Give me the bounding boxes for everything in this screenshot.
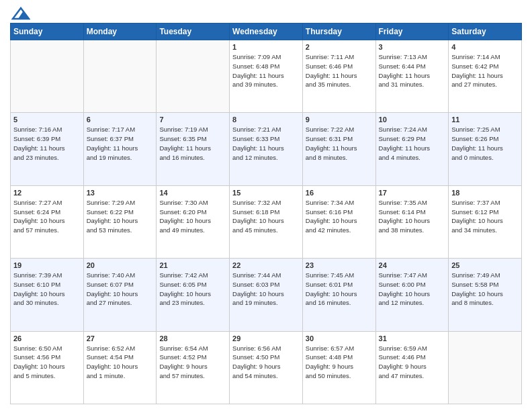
calendar-cell	[449, 331, 522, 404]
day-info: Sunrise: 7:30 AM Sunset: 6:20 PM Dayligh…	[159, 198, 226, 235]
day-header-saturday: Saturday	[449, 24, 522, 40]
calendar-cell	[11, 40, 84, 113]
svg-marker-1	[18, 11, 29, 19]
calendar-cell: 27Sunrise: 6:52 AM Sunset: 4:54 PM Dayli…	[83, 331, 157, 404]
calendar-cell: 6Sunrise: 7:17 AM Sunset: 6:37 PM Daylig…	[83, 113, 157, 185]
calendar-cell: 17Sunrise: 7:35 AM Sunset: 6:14 PM Dayli…	[375, 185, 449, 258]
day-header-sunday: Sunday	[11, 24, 84, 40]
day-info: Sunrise: 6:50 AM Sunset: 4:56 PM Dayligh…	[13, 344, 81, 381]
day-header-wednesday: Wednesday	[230, 24, 303, 40]
day-number: 18	[451, 189, 519, 197]
day-info: Sunrise: 7:17 AM Sunset: 6:37 PM Dayligh…	[87, 125, 154, 162]
day-info: Sunrise: 7:29 AM Sunset: 6:22 PM Dayligh…	[87, 198, 154, 235]
calendar-cell	[157, 40, 230, 113]
day-number: 14	[159, 189, 226, 197]
day-number: 26	[13, 334, 81, 342]
day-number: 5	[13, 116, 81, 124]
day-number: 21	[159, 261, 226, 269]
day-info: Sunrise: 7:45 AM Sunset: 6:01 PM Dayligh…	[306, 271, 373, 308]
day-number: 3	[379, 43, 446, 51]
day-info: Sunrise: 7:49 AM Sunset: 5:58 PM Dayligh…	[451, 271, 519, 308]
day-info: Sunrise: 7:35 AM Sunset: 6:14 PM Dayligh…	[379, 198, 446, 235]
day-info: Sunrise: 7:24 AM Sunset: 6:29 PM Dayligh…	[379, 125, 446, 162]
day-info: Sunrise: 7:16 AM Sunset: 6:39 PM Dayligh…	[13, 125, 81, 162]
day-info: Sunrise: 7:09 AM Sunset: 6:48 PM Dayligh…	[232, 52, 300, 89]
logo	[10, 7, 30, 17]
day-info: Sunrise: 7:37 AM Sunset: 6:12 PM Dayligh…	[451, 198, 519, 235]
calendar-cell: 26Sunrise: 6:50 AM Sunset: 4:56 PM Dayli…	[11, 331, 84, 404]
day-number: 13	[87, 189, 154, 197]
day-info: Sunrise: 7:34 AM Sunset: 6:16 PM Dayligh…	[306, 198, 373, 235]
calendar-cell: 2Sunrise: 7:11 AM Sunset: 6:46 PM Daylig…	[302, 40, 375, 113]
day-info: Sunrise: 7:25 AM Sunset: 6:26 PM Dayligh…	[451, 125, 519, 162]
day-number: 12	[13, 189, 81, 197]
calendar-cell: 1Sunrise: 7:09 AM Sunset: 6:48 PM Daylig…	[230, 40, 303, 113]
calendar-cell: 28Sunrise: 6:54 AM Sunset: 4:52 PM Dayli…	[157, 331, 230, 404]
day-number: 8	[232, 116, 300, 124]
logo-icon	[11, 7, 30, 20]
day-info: Sunrise: 7:21 AM Sunset: 6:33 PM Dayligh…	[232, 125, 300, 162]
day-number: 27	[87, 334, 154, 342]
calendar-cell: 15Sunrise: 7:32 AM Sunset: 6:18 PM Dayli…	[230, 185, 303, 258]
calendar-cell: 23Sunrise: 7:45 AM Sunset: 6:01 PM Dayli…	[302, 259, 375, 331]
day-header-monday: Monday	[83, 24, 157, 40]
calendar-cell: 9Sunrise: 7:22 AM Sunset: 6:31 PM Daylig…	[302, 113, 375, 185]
day-header-friday: Friday	[375, 24, 449, 40]
day-number: 17	[379, 189, 446, 197]
day-info: Sunrise: 6:54 AM Sunset: 4:52 PM Dayligh…	[159, 344, 226, 381]
calendar-cell: 12Sunrise: 7:27 AM Sunset: 6:24 PM Dayli…	[11, 185, 84, 258]
calendar-cell: 22Sunrise: 7:44 AM Sunset: 6:03 PM Dayli…	[230, 259, 303, 331]
day-info: Sunrise: 7:47 AM Sunset: 6:00 PM Dayligh…	[379, 271, 446, 308]
day-number: 25	[451, 261, 519, 269]
day-info: Sunrise: 7:32 AM Sunset: 6:18 PM Dayligh…	[232, 198, 300, 235]
week-row-3: 12Sunrise: 7:27 AM Sunset: 6:24 PM Dayli…	[11, 185, 522, 258]
day-info: Sunrise: 7:27 AM Sunset: 6:24 PM Dayligh…	[13, 198, 81, 235]
day-info: Sunrise: 7:44 AM Sunset: 6:03 PM Dayligh…	[232, 271, 300, 308]
day-info: Sunrise: 7:13 AM Sunset: 6:44 PM Dayligh…	[379, 52, 446, 89]
day-info: Sunrise: 6:57 AM Sunset: 4:48 PM Dayligh…	[306, 344, 373, 381]
day-number: 7	[159, 116, 226, 124]
day-number: 31	[379, 334, 446, 342]
week-row-4: 19Sunrise: 7:39 AM Sunset: 6:10 PM Dayli…	[11, 259, 522, 331]
day-info: Sunrise: 7:14 AM Sunset: 6:42 PM Dayligh…	[451, 52, 519, 89]
day-info: Sunrise: 7:39 AM Sunset: 6:10 PM Dayligh…	[13, 271, 81, 308]
day-number: 20	[87, 261, 154, 269]
calendar-cell: 21Sunrise: 7:42 AM Sunset: 6:05 PM Dayli…	[157, 259, 230, 331]
day-number: 29	[232, 334, 300, 342]
calendar-cell: 20Sunrise: 7:40 AM Sunset: 6:07 PM Dayli…	[83, 259, 157, 331]
calendar-cell: 11Sunrise: 7:25 AM Sunset: 6:26 PM Dayli…	[449, 113, 522, 185]
day-info: Sunrise: 6:56 AM Sunset: 4:50 PM Dayligh…	[232, 344, 300, 381]
day-info: Sunrise: 7:11 AM Sunset: 6:46 PM Dayligh…	[306, 52, 373, 89]
day-number: 22	[232, 261, 300, 269]
day-number: 19	[13, 261, 81, 269]
day-info: Sunrise: 7:42 AM Sunset: 6:05 PM Dayligh…	[159, 271, 226, 308]
day-header-thursday: Thursday	[302, 24, 375, 40]
day-info: Sunrise: 6:59 AM Sunset: 4:46 PM Dayligh…	[379, 344, 446, 381]
calendar-cell: 24Sunrise: 7:47 AM Sunset: 6:00 PM Dayli…	[375, 259, 449, 331]
calendar-header-row: SundayMondayTuesdayWednesdayThursdayFrid…	[11, 24, 522, 40]
calendar-cell: 31Sunrise: 6:59 AM Sunset: 4:46 PM Dayli…	[375, 331, 449, 404]
week-row-2: 5Sunrise: 7:16 AM Sunset: 6:39 PM Daylig…	[11, 113, 522, 185]
day-info: Sunrise: 6:52 AM Sunset: 4:54 PM Dayligh…	[87, 344, 154, 381]
calendar-cell: 29Sunrise: 6:56 AM Sunset: 4:50 PM Dayli…	[230, 331, 303, 404]
calendar-cell: 3Sunrise: 7:13 AM Sunset: 6:44 PM Daylig…	[375, 40, 449, 113]
week-row-1: 1Sunrise: 7:09 AM Sunset: 6:48 PM Daylig…	[11, 40, 522, 113]
calendar-cell: 30Sunrise: 6:57 AM Sunset: 4:48 PM Dayli…	[302, 331, 375, 404]
calendar-cell: 16Sunrise: 7:34 AM Sunset: 6:16 PM Dayli…	[302, 185, 375, 258]
day-number: 1	[232, 43, 300, 51]
day-number: 30	[306, 334, 373, 342]
day-header-tuesday: Tuesday	[157, 24, 230, 40]
day-info: Sunrise: 7:40 AM Sunset: 6:07 PM Dayligh…	[87, 271, 154, 308]
calendar-cell: 25Sunrise: 7:49 AM Sunset: 5:58 PM Dayli…	[449, 259, 522, 331]
day-info: Sunrise: 7:22 AM Sunset: 6:31 PM Dayligh…	[306, 125, 373, 162]
week-row-5: 26Sunrise: 6:50 AM Sunset: 4:56 PM Dayli…	[11, 331, 522, 404]
day-number: 28	[159, 334, 226, 342]
day-number: 4	[451, 43, 519, 51]
calendar-cell: 19Sunrise: 7:39 AM Sunset: 6:10 PM Dayli…	[11, 259, 84, 331]
calendar-cell: 5Sunrise: 7:16 AM Sunset: 6:39 PM Daylig…	[11, 113, 84, 185]
calendar-cell: 18Sunrise: 7:37 AM Sunset: 6:12 PM Dayli…	[449, 185, 522, 258]
day-number: 16	[306, 189, 373, 197]
calendar-table: SundayMondayTuesdayWednesdayThursdayFrid…	[10, 23, 522, 404]
calendar-cell: 8Sunrise: 7:21 AM Sunset: 6:33 PM Daylig…	[230, 113, 303, 185]
day-number: 15	[232, 189, 300, 197]
